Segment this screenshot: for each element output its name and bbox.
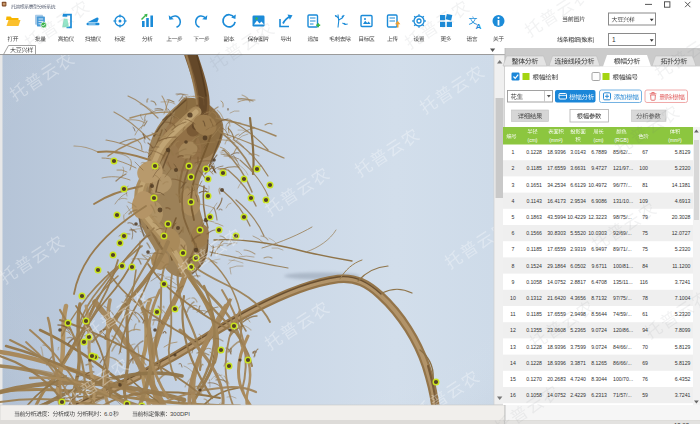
svg-text:100/81...: 100/81... bbox=[613, 263, 633, 269]
svg-text:7: 7 bbox=[512, 246, 515, 252]
svg-text:75: 75 bbox=[642, 246, 648, 252]
svg-text:2.9534: 2.9534 bbox=[570, 198, 586, 204]
svg-text:300DPI: 300DPI bbox=[170, 411, 190, 417]
svg-text:A: A bbox=[476, 22, 482, 31]
svg-text:5.5520: 5.5520 bbox=[570, 230, 586, 236]
svg-text:20.3028: 20.3028 bbox=[672, 214, 691, 220]
svg-text:10.0303: 10.0303 bbox=[588, 230, 607, 236]
svg-text:5: 5 bbox=[512, 214, 515, 220]
svg-text:0.1312: 0.1312 bbox=[526, 295, 542, 301]
svg-text:3.0143: 3.0143 bbox=[570, 149, 586, 155]
svg-text:84: 84 bbox=[642, 263, 648, 269]
svg-text:5.2365: 5.2365 bbox=[570, 327, 586, 333]
svg-text:9: 9 bbox=[512, 279, 515, 285]
svg-text:70: 70 bbox=[642, 344, 648, 350]
svg-text:89/71/...: 89/71/... bbox=[613, 246, 632, 252]
svg-text:0.1185: 0.1185 bbox=[527, 311, 543, 317]
svg-text:15: 15 bbox=[510, 376, 516, 382]
svg-text:69: 69 bbox=[642, 360, 648, 366]
svg-text:74/59/...: 74/59/... bbox=[613, 311, 632, 317]
svg-text:6.9086: 6.9086 bbox=[591, 198, 607, 204]
svg-text:18.9396: 18.9396 bbox=[547, 360, 566, 366]
svg-text:0.1228: 0.1228 bbox=[526, 360, 542, 366]
svg-text:3.3871: 3.3871 bbox=[570, 360, 586, 366]
svg-text:86/66/...: 86/66/... bbox=[613, 360, 632, 366]
svg-text:14: 14 bbox=[510, 360, 516, 366]
svg-text:9.0724: 9.0724 bbox=[591, 344, 607, 350]
svg-text:7.1004: 7.1004 bbox=[675, 295, 691, 301]
svg-text:135/11...: 135/11... bbox=[613, 279, 633, 285]
svg-text:84/66/...: 84/66/... bbox=[613, 344, 632, 350]
svg-text:4.3656: 4.3656 bbox=[570, 295, 586, 301]
svg-text:8.1265: 8.1265 bbox=[591, 360, 607, 366]
svg-text:30.8303: 30.8303 bbox=[547, 230, 566, 236]
svg-text:18.9396: 18.9396 bbox=[547, 344, 566, 350]
svg-text:6.7889: 6.7889 bbox=[591, 149, 607, 155]
svg-text:(cm): (cm) bbox=[594, 137, 604, 143]
svg-text:67: 67 bbox=[642, 149, 648, 155]
svg-text:29.1864: 29.1864 bbox=[547, 263, 566, 269]
svg-text:0.1270: 0.1270 bbox=[526, 376, 542, 382]
svg-text:8.3044: 8.3044 bbox=[591, 376, 607, 382]
svg-text:6.6129: 6.6129 bbox=[570, 182, 586, 188]
svg-text:2.4229: 2.4229 bbox=[570, 392, 586, 398]
svg-text:3.7599: 3.7599 bbox=[570, 344, 586, 350]
svg-text:11.1200: 11.1200 bbox=[672, 263, 690, 269]
svg-text:43.5994: 43.5994 bbox=[547, 214, 566, 220]
svg-text:2.8817: 2.8817 bbox=[570, 279, 586, 285]
svg-text:12.0727: 12.0727 bbox=[672, 230, 691, 236]
svg-text:12: 12 bbox=[510, 327, 516, 333]
svg-text:2.9319: 2.9319 bbox=[570, 246, 586, 252]
svg-text:0.1355: 0.1355 bbox=[526, 327, 542, 333]
svg-text:4.6913: 4.6913 bbox=[675, 198, 691, 204]
svg-text:17.6559: 17.6559 bbox=[547, 246, 566, 252]
svg-text:5.8129: 5.8129 bbox=[675, 344, 691, 350]
svg-text:5.2320: 5.2320 bbox=[675, 246, 691, 252]
svg-text:0.1228: 0.1228 bbox=[526, 149, 542, 155]
svg-text:81: 81 bbox=[642, 182, 648, 188]
svg-text:3: 3 bbox=[512, 182, 515, 188]
svg-text:8.5644: 8.5644 bbox=[591, 311, 607, 317]
svg-text:20.2683: 20.2683 bbox=[547, 376, 566, 382]
svg-text:16.4173: 16.4173 bbox=[547, 198, 566, 204]
svg-text:1: 1 bbox=[512, 149, 515, 155]
svg-text:8: 8 bbox=[512, 263, 515, 269]
svg-text:75: 75 bbox=[642, 230, 648, 236]
svg-text:5.8129: 5.8129 bbox=[675, 149, 691, 155]
svg-text:3.7241: 3.7241 bbox=[675, 279, 691, 285]
svg-text:0.1058: 0.1058 bbox=[526, 279, 542, 285]
svg-text:3.6631: 3.6631 bbox=[570, 165, 586, 171]
svg-text:0.1566: 0.1566 bbox=[526, 230, 542, 236]
svg-text:0.1651: 0.1651 bbox=[526, 182, 542, 188]
svg-text:0.1863: 0.1863 bbox=[526, 214, 542, 220]
svg-text:11: 11 bbox=[510, 311, 515, 317]
svg-text:2: 2 bbox=[512, 165, 515, 171]
svg-text:76: 76 bbox=[642, 376, 648, 382]
svg-text:10.4972: 10.4972 bbox=[588, 182, 607, 188]
svg-text:1: 1 bbox=[612, 36, 616, 43]
svg-text:100: 100 bbox=[639, 165, 648, 171]
svg-text:0.1185: 0.1185 bbox=[527, 246, 543, 252]
svg-text:4.7240: 4.7240 bbox=[570, 376, 586, 382]
svg-text:98/75/...: 98/75/... bbox=[613, 214, 632, 220]
svg-text:(mm³): (mm³) bbox=[668, 137, 682, 143]
svg-text:10.4229: 10.4229 bbox=[567, 214, 586, 220]
svg-text:7.8099: 7.8099 bbox=[675, 327, 691, 333]
svg-text:97/75/...: 97/75/... bbox=[613, 295, 632, 301]
svg-text:14.1381: 14.1381 bbox=[672, 182, 691, 188]
svg-text:109: 109 bbox=[639, 198, 648, 204]
svg-text:9.6711: 9.6711 bbox=[592, 263, 608, 269]
svg-text:5.2320: 5.2320 bbox=[675, 165, 691, 171]
svg-text:3.7241: 3.7241 bbox=[675, 392, 691, 398]
svg-text:13: 13 bbox=[510, 344, 516, 350]
svg-text:14.0752: 14.0752 bbox=[547, 279, 566, 285]
svg-text:9.0724: 9.0724 bbox=[591, 327, 607, 333]
svg-text:17.6559: 17.6559 bbox=[547, 165, 566, 171]
svg-text:0.1524: 0.1524 bbox=[526, 263, 542, 269]
svg-text:59: 59 bbox=[642, 392, 648, 398]
svg-text:4: 4 bbox=[512, 198, 515, 204]
svg-text:6.0502: 6.0502 bbox=[570, 263, 586, 269]
svg-text:6.4352: 6.4352 bbox=[675, 376, 691, 382]
svg-text:34.2534: 34.2534 bbox=[547, 182, 566, 188]
svg-text:12.3223: 12.3223 bbox=[588, 214, 607, 220]
